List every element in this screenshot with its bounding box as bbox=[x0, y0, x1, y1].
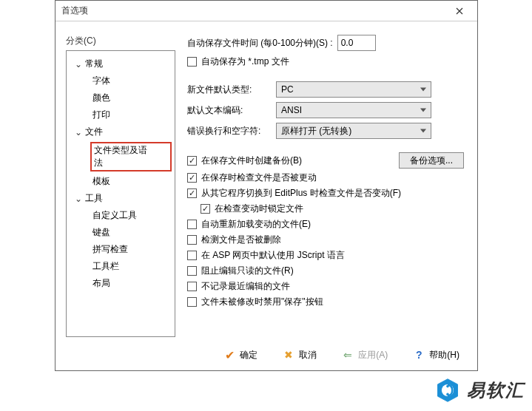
tree-item-file-types-syntax[interactable]: 文件类型及语法 bbox=[70, 140, 175, 173]
linebreak-select[interactable]: 原样打开 (无转换) bbox=[276, 123, 431, 139]
asp-jscript-row: 在 ASP 网页中默认使用 JScript 语言 bbox=[187, 249, 464, 262]
autosave-tmp-row: 自动保存为 *.tmp 文件 bbox=[187, 55, 464, 68]
detect-deleted-row: 检测文件是否被删除 bbox=[187, 234, 464, 246]
linebreak-row: 错误换行和空字符: 原样打开 (无转换) bbox=[187, 123, 464, 139]
cancel-button[interactable]: ✖ 取消 bbox=[277, 346, 323, 364]
tree-item-print[interactable]: 打印 bbox=[70, 106, 175, 123]
dialog-title: 首选项 bbox=[61, 4, 448, 17]
check-modified-on-switch-label: 从其它程序切换到 EditPlus 时检查文件是否变动(F) bbox=[201, 187, 401, 200]
chevron-down-icon: ⌄ bbox=[74, 127, 83, 137]
auto-reload-row: 自动重新加载变动的文件(E) bbox=[187, 218, 464, 231]
chevron-down-icon: ⌄ bbox=[74, 194, 83, 204]
cancel-icon: ✖ bbox=[283, 349, 294, 361]
check-icon: ✔ bbox=[223, 349, 235, 361]
backup-options-button[interactable]: 备份选项... bbox=[399, 152, 464, 169]
close-button[interactable] bbox=[448, 3, 471, 19]
asp-jscript-checkbox[interactable] bbox=[187, 251, 197, 260]
check-modified-on-save-checkbox[interactable] bbox=[187, 173, 197, 183]
prevent-readonly-edit-checkbox[interactable] bbox=[187, 266, 197, 276]
autosave-input[interactable] bbox=[337, 35, 376, 51]
check-modified-on-save-label: 在保存时检查文件是否被更动 bbox=[201, 171, 317, 184]
tree-item-keyboard[interactable]: 键盘 bbox=[70, 224, 175, 241]
check-modified-on-switch-row: 从其它程序切换到 EditPlus 时检查文件是否变动(F) bbox=[187, 187, 464, 200]
ok-button[interactable]: ✔ 确定 bbox=[218, 346, 263, 364]
default-type-label: 新文件默认类型: bbox=[187, 84, 276, 96]
default-type-row: 新文件默认类型: PC bbox=[187, 81, 464, 98]
default-type-select[interactable]: PC bbox=[276, 81, 431, 98]
lock-on-check-row: 在检查变动时锁定文件 bbox=[187, 203, 464, 215]
help-button[interactable]: ? 帮助(H) bbox=[407, 346, 465, 364]
tree-item-color[interactable]: 颜色 bbox=[70, 89, 175, 106]
tree-item-layout[interactable]: 布局 bbox=[70, 275, 175, 292]
tree-item-custom-tools[interactable]: 自定义工具 bbox=[70, 207, 175, 224]
apply-button[interactable]: ⇐ 应用(A) bbox=[336, 346, 394, 364]
check-modified-on-save-row: 在保存时检查文件是否被更动 bbox=[187, 171, 464, 184]
dialog-content: 分类(C) ⌄常规 字体 颜色 打印 ⌄文件 文件类型及语法 模板 ⌄工具 自定… bbox=[55, 21, 477, 341]
tree-item-spellcheck[interactable]: 拼写检查 bbox=[70, 241, 175, 258]
backup-on-save-label: 在保存文件时创建备份(B) bbox=[201, 154, 302, 167]
category-label: 分类(C) bbox=[66, 35, 175, 47]
check-modified-on-switch-checkbox[interactable] bbox=[187, 188, 197, 198]
chevron-down-icon: ⌄ bbox=[74, 59, 83, 69]
autosave-label: 自动保存文件时间 (每0-100分钟)(S) : bbox=[187, 37, 333, 50]
dialog-button-bar: ✔ 确定 ✖ 取消 ⇐ 应用(A) ? 帮助(H) bbox=[55, 341, 477, 369]
asp-jscript-label: 在 ASP 网页中默认使用 JScript 语言 bbox=[201, 249, 345, 262]
close-icon bbox=[456, 7, 463, 15]
autosave-row: 自动保存文件时间 (每0-100分钟)(S) : bbox=[187, 35, 464, 51]
linebreak-label: 错误换行和空字符: bbox=[187, 125, 276, 137]
backup-on-save-checkbox[interactable] bbox=[187, 156, 197, 166]
no-record-recent-row: 不记录最近编辑的文件 bbox=[187, 280, 464, 293]
svg-point-2 bbox=[446, 393, 449, 396]
auto-reload-checkbox[interactable] bbox=[187, 220, 197, 229]
backup-on-save-row: 在保存文件时创建备份(B) 备份选项... bbox=[187, 152, 464, 169]
preferences-dialog: 首选项 分类(C) ⌄常规 字体 颜色 打印 ⌄文件 文件类型及语法 模板 ⌄工… bbox=[55, 0, 478, 371]
auto-reload-label: 自动重新加载变动的文件(E) bbox=[201, 218, 311, 231]
default-encoding-label: 默认文本编码: bbox=[187, 104, 276, 117]
disable-save-unmodified-label: 文件未被修改时禁用"保存"按钮 bbox=[201, 296, 323, 308]
detect-deleted-checkbox[interactable] bbox=[187, 235, 197, 245]
prevent-readonly-edit-label: 阻止编辑只读的文件(R) bbox=[201, 265, 294, 277]
lock-on-check-checkbox[interactable] bbox=[201, 204, 210, 214]
lock-on-check-label: 在检查变动时锁定文件 bbox=[215, 203, 303, 215]
svg-point-1 bbox=[446, 385, 449, 388]
default-encoding-select[interactable]: ANSI bbox=[276, 102, 431, 118]
titlebar: 首选项 bbox=[55, 1, 477, 21]
watermark: 易软汇 bbox=[434, 377, 525, 404]
tree-item-general[interactable]: ⌄常规 bbox=[70, 55, 175, 72]
settings-panel: 自动保存文件时间 (每0-100分钟)(S) : 自动保存为 *.tmp 文件 … bbox=[181, 21, 477, 341]
autosave-tmp-checkbox[interactable] bbox=[187, 57, 197, 67]
no-record-recent-checkbox[interactable] bbox=[187, 282, 197, 291]
watermark-logo-icon bbox=[434, 377, 461, 404]
category-tree[interactable]: ⌄常规 字体 颜色 打印 ⌄文件 文件类型及语法 模板 ⌄工具 自定义工具 键盘… bbox=[66, 50, 175, 337]
tree-item-font[interactable]: 字体 bbox=[70, 72, 175, 89]
sidebar: 分类(C) ⌄常规 字体 颜色 打印 ⌄文件 文件类型及语法 模板 ⌄工具 自定… bbox=[55, 21, 181, 341]
apply-icon: ⇐ bbox=[342, 349, 354, 361]
watermark-text: 易软汇 bbox=[467, 378, 525, 402]
tree-item-toolbar[interactable]: 工具栏 bbox=[70, 258, 175, 275]
default-encoding-row: 默认文本编码: ANSI bbox=[187, 102, 464, 118]
tree-item-tools[interactable]: ⌄工具 bbox=[70, 190, 175, 207]
prevent-readonly-edit-row: 阻止编辑只读的文件(R) bbox=[187, 265, 464, 277]
tree-item-file[interactable]: ⌄文件 bbox=[70, 123, 175, 140]
help-icon: ? bbox=[413, 349, 425, 361]
no-record-recent-label: 不记录最近编辑的文件 bbox=[201, 280, 290, 293]
autosave-tmp-label: 自动保存为 *.tmp 文件 bbox=[201, 55, 289, 68]
disable-save-unmodified-checkbox[interactable] bbox=[187, 297, 197, 307]
disable-save-unmodified-row: 文件未被修改时禁用"保存"按钮 bbox=[187, 296, 464, 308]
tree-item-template[interactable]: 模板 bbox=[70, 173, 175, 190]
detect-deleted-label: 检测文件是否被删除 bbox=[201, 234, 281, 246]
